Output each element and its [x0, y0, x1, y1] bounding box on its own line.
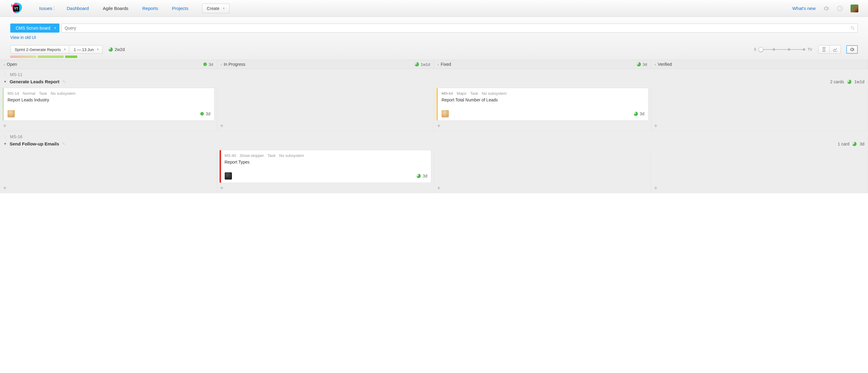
board-toolbar: CMS Scrum board▼ View in old UI Sprint 2… [0, 17, 868, 60]
column-name: Fixed [441, 62, 451, 67]
svg-line-5 [853, 29, 854, 30]
help-icon[interactable]: ? [837, 5, 843, 12]
column-time: 1w1d [415, 62, 430, 67]
nav-reports[interactable]: Reports [142, 6, 158, 11]
swimlane-card-count: 2 cards [830, 79, 844, 84]
board-cell[interactable] [434, 149, 651, 183]
nav-divider [54, 6, 54, 11]
column-header[interactable]: ‹In Progress 1w1d [217, 60, 434, 68]
card-estimate: 3d [200, 111, 211, 116]
swimlane-row: MS-40Show-stopperTaskNo subsystemReport … [0, 149, 868, 183]
swimlane-time: 3d [860, 142, 864, 146]
card-id[interactable]: MS-40 [225, 153, 236, 158]
search-icon[interactable] [850, 26, 855, 31]
column-header[interactable]: ‹Fixed 3d [434, 60, 651, 68]
date-range-selector[interactable]: 1 — 13 Jun▼ [69, 45, 102, 54]
board-settings-button[interactable] [846, 45, 858, 54]
issues-caret-icon[interactable]: ▼ [44, 7, 47, 10]
issue-card[interactable]: MS-12MajorTaskNo subsystemReport Total N… [436, 88, 648, 121]
add-card-cell: + [434, 121, 651, 131]
create-button[interactable]: Create▼ [202, 4, 229, 13]
add-card-button[interactable]: + [220, 185, 224, 191]
column-headers: ‹Open 3d‹In Progress 1w1d‹Fixed 3d‹Verif… [0, 60, 868, 69]
assignee-avatar[interactable] [7, 110, 15, 117]
column-header[interactable]: ‹Open 3d [0, 60, 217, 68]
column-time: 3d [203, 62, 213, 67]
user-avatar[interactable] [850, 4, 858, 12]
card-id[interactable]: MS-12 [441, 91, 453, 96]
svg-point-4 [851, 27, 854, 29]
issue-card[interactable]: MS-14NormalTaskNo subsystemReport Leads … [2, 88, 214, 121]
assignee-avatar[interactable] [441, 110, 449, 117]
drag-handle-icon[interactable]: ⋮ [3, 72, 7, 77]
card-id[interactable]: MS-14 [7, 91, 19, 96]
edit-icon[interactable]: ✎ [62, 79, 66, 84]
swimlane-title[interactable]: Generate Leads Report [10, 79, 59, 84]
swimlane-id-row: ⋮MS-16 [0, 131, 868, 139]
swimlane-card-count: 1 card [838, 142, 849, 146]
query-input-wrapper [61, 24, 858, 33]
collapse-caret-icon[interactable]: ▼ [4, 142, 7, 145]
card-subsystem: No subsystem [51, 91, 75, 96]
chevron-left-icon: ‹ [438, 62, 439, 67]
column-name: Open [7, 62, 17, 67]
progress-pie-icon [200, 112, 204, 116]
card-meta: MS-40Show-stopperTaskNo subsystem [225, 153, 428, 158]
card-estimate: 3d [416, 174, 427, 178]
add-card-button[interactable]: + [654, 185, 658, 191]
add-card-button[interactable]: + [654, 122, 658, 129]
slider-knob[interactable] [758, 47, 763, 52]
add-card-cell: + [651, 183, 868, 193]
board-cell[interactable]: MS-14NormalTaskNo subsystemReport Leads … [0, 87, 217, 121]
youtrack-logo[interactable]: YT [10, 2, 22, 15]
swimlane-title[interactable]: Send Follow-up Emails [10, 141, 59, 146]
swimlane-title-row: ▼Generate Leads Report✎2 cards1w1d [0, 77, 868, 87]
collapse-caret-icon[interactable]: ▼ [4, 80, 7, 83]
add-card-button[interactable]: + [3, 122, 7, 129]
add-card-row: ++++ [0, 183, 868, 193]
add-card-cell: + [217, 121, 434, 131]
chevron-down-icon: ▼ [96, 48, 99, 51]
progress-segment [65, 56, 77, 58]
edit-icon[interactable]: ✎ [62, 142, 65, 146]
drag-handle-icon[interactable]: ⋮ [3, 134, 7, 139]
nav-dashboard[interactable]: Dashboard [67, 6, 89, 11]
board-cell[interactable] [217, 87, 434, 121]
add-card-button[interactable]: + [3, 185, 7, 191]
issue-card[interactable]: MS-40Show-stopperTaskNo subsystemReport … [220, 150, 432, 183]
assignee-avatar[interactable] [225, 172, 232, 179]
card-size-slider[interactable] [760, 49, 805, 50]
card-type: Task [268, 153, 276, 158]
gear-icon[interactable] [823, 5, 829, 12]
card-title: Report Types [225, 160, 428, 165]
add-card-cell: + [0, 121, 217, 131]
view-old-ui-link[interactable]: View in old UI [10, 35, 36, 40]
add-card-cell: + [0, 183, 217, 193]
board-cell[interactable] [0, 149, 217, 183]
board-cell[interactable] [651, 87, 868, 121]
board-cell[interactable] [651, 149, 868, 183]
nav-projects[interactable]: Projects [172, 6, 188, 11]
slider-label-left: S [754, 47, 756, 52]
add-card-button[interactable]: + [220, 122, 224, 129]
backlog-toggle-button[interactable] [818, 45, 830, 54]
column-header[interactable]: ‹Verified [651, 60, 868, 68]
swimlane-time: 1w1d [855, 79, 864, 84]
chevron-down-icon: ▼ [64, 48, 66, 51]
add-card-button[interactable]: + [437, 185, 441, 191]
sprint-selector[interactable]: Sprint 2-Generate Reports▼ [10, 45, 69, 54]
card-estimate: 3d [634, 111, 645, 116]
add-card-row: ++++ [0, 121, 868, 131]
whats-new-link[interactable]: What's new [792, 6, 815, 11]
add-card-button[interactable]: + [437, 122, 441, 129]
board-cell[interactable]: MS-40Show-stopperTaskNo subsystemReport … [217, 149, 434, 183]
query-input[interactable] [65, 24, 847, 32]
card-priority: Major [457, 91, 467, 96]
card-type: Task [470, 91, 478, 96]
chart-toggle-button[interactable] [829, 45, 841, 54]
board-cell[interactable]: MS-12MajorTaskNo subsystemReport Total N… [434, 87, 651, 121]
board-selector[interactable]: CMS Scrum board▼ [10, 24, 59, 33]
column-name: In Progress [224, 62, 246, 67]
svg-text:YT: YT [14, 7, 18, 10]
nav-agile-boards[interactable]: Agile Boards [103, 6, 128, 11]
